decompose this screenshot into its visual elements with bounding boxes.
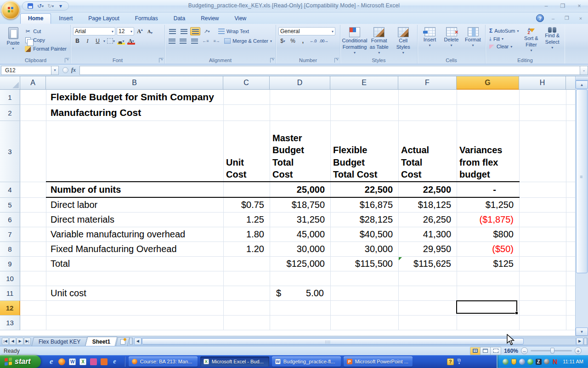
horizontal-split-handle[interactable] — [584, 338, 588, 345]
cell-master-budget[interactable]: $125,000 — [270, 257, 330, 271]
previous-sheet-button[interactable]: ◀ — [9, 338, 16, 345]
row-header[interactable]: 9 — [0, 257, 20, 271]
cell-d11[interactable]: $ 5.00 — [270, 286, 330, 300]
cell-flexible-budget[interactable]: 30,000 — [330, 242, 398, 256]
tray-netsupport-icon[interactable]: N — [552, 358, 558, 365]
shrink-font-button[interactable]: A▾ — [146, 27, 154, 35]
merge-center-button[interactable]: Merge & Center▾ — [223, 38, 273, 44]
cell-unit-cost[interactable]: 1.80 — [223, 227, 270, 242]
vertical-scroll-thumb[interactable] — [576, 89, 588, 273]
fill-color-button[interactable]: ◛▾ — [117, 37, 125, 45]
row-header-13[interactable]: 13 — [0, 316, 20, 330]
increase-decimal-button[interactable]: ←.0 — [309, 37, 317, 45]
quick-launch-messenger-icon[interactable] — [90, 357, 98, 366]
select-all-corner[interactable] — [0, 76, 20, 90]
cell-g3-header[interactable]: Variances from flex budget — [457, 121, 519, 182]
column-header-f[interactable]: F — [398, 76, 457, 90]
cell-actual[interactable]: 41,300 — [398, 227, 457, 242]
ribbon-tab[interactable]: Home — [20, 13, 51, 24]
align-left-button[interactable] — [167, 37, 177, 45]
page-break-view-button[interactable] — [491, 347, 501, 355]
tray-z-icon[interactable]: Z — [535, 358, 542, 365]
ribbon-tab[interactable]: View — [226, 13, 254, 24]
horizontal-scrollbar[interactable]: ◀ ▶ — [134, 336, 588, 346]
cell-master-budget[interactable]: $18,750 — [270, 198, 330, 212]
align-center-button[interactable] — [178, 37, 188, 45]
number-format-select[interactable]: General▾ — [278, 27, 335, 35]
cell-c3-header[interactable]: Unit Cost — [223, 121, 270, 182]
ribbon-tab[interactable]: Review — [193, 13, 226, 24]
task-button-word[interactable]: W Budgeting_practice-fl... — [272, 356, 341, 367]
italic-button[interactable]: I — [83, 37, 92, 45]
close-button[interactable]: × — [573, 2, 585, 9]
increase-indent-button[interactable]: ≡→ — [212, 37, 221, 45]
cell-variance[interactable]: ($1,875) — [457, 213, 519, 227]
zoom-out-button[interactable]: – — [521, 347, 528, 354]
tray-antivirus-icon[interactable] — [527, 358, 533, 365]
workbook-minimize-button[interactable]: – — [548, 15, 558, 22]
task-button-powerpoint[interactable]: P Microsoft PowerPoint ... — [344, 356, 413, 367]
cell-b11[interactable]: Unit cost — [46, 286, 223, 300]
cell-label[interactable]: Direct materials — [46, 213, 223, 227]
conditional-formatting-button[interactable]: Conditional Formatting▾ — [343, 26, 367, 57]
expand-formula-bar-button[interactable]: ⌄ — [580, 66, 588, 75]
detach-monitor-icon[interactable]: ⧉▾ — [458, 358, 461, 365]
zoom-slider-track[interactable] — [531, 350, 572, 351]
vertical-scroll-track[interactable] — [576, 274, 588, 328]
horizontal-scroll-thumb[interactable] — [142, 338, 524, 345]
align-bottom-button[interactable] — [190, 27, 200, 35]
cell-flexible-budget[interactable]: $40,500 — [330, 227, 398, 242]
row-header-11[interactable]: 11 — [0, 286, 20, 301]
quick-launch-word-icon[interactable]: W — [68, 357, 77, 366]
decrease-decimal-button[interactable]: .00→ — [319, 37, 329, 45]
font-size-select[interactable]: 12▾ — [117, 27, 134, 35]
cell-styles-button[interactable]: Cell Styles▾ — [392, 26, 415, 57]
insert-function-icon[interactable] — [62, 67, 68, 73]
cell-variance[interactable]: $1,250 — [457, 198, 519, 212]
cell-flexible-budget[interactable]: $16,875 — [330, 198, 398, 212]
column-header-b[interactable]: B — [46, 76, 223, 90]
align-right-button[interactable] — [190, 37, 199, 45]
cell-unit-cost[interactable]: 1.25 — [223, 213, 270, 227]
font-color-button[interactable]: A▾ — [127, 37, 136, 45]
column-header-c[interactable]: C — [223, 76, 270, 90]
vertical-scrollbar[interactable]: ▲ ▼ — [575, 76, 588, 336]
scroll-down-button[interactable]: ▼ — [576, 328, 588, 336]
tray-clock-icon[interactable] — [502, 358, 509, 365]
cell-variance[interactable]: ($50) — [457, 242, 519, 256]
cell-label[interactable]: Total — [46, 257, 223, 271]
cell-unit-cost[interactable]: $0.75 — [223, 198, 270, 212]
name-box-dropdown[interactable]: ▾ — [51, 66, 59, 75]
borders-button[interactable]: ▾ — [107, 37, 115, 45]
tray-shield-icon[interactable] — [510, 358, 517, 365]
quick-launch-firefox-icon[interactable] — [58, 357, 66, 366]
cut-button[interactable]: ✂Cut — [23, 28, 68, 35]
scroll-up-button[interactable]: ▲ — [576, 80, 588, 89]
workbook-restore-button[interactable]: ❐ — [562, 15, 571, 22]
cell-master-budget[interactable]: 31,250 — [270, 213, 330, 227]
quick-launch-ie-icon[interactable]: e — [47, 357, 56, 366]
format-painter-button[interactable]: Format Painter — [23, 45, 68, 52]
cell-e3-header[interactable]: Flexible Budget Total Cost — [330, 121, 398, 182]
sheet-tab-sheet1-active[interactable]: Sheet1 — [85, 337, 118, 346]
sort-filter-button[interactable]: Sort & Filter▾ — [521, 26, 541, 57]
column-header-e[interactable]: E — [330, 76, 398, 90]
cell-actual[interactable]: 26,250 — [398, 213, 457, 227]
zoom-slider-thumb[interactable] — [550, 348, 554, 354]
tray-gray-icon[interactable] — [543, 358, 550, 365]
font-dialog-launcher[interactable] — [159, 58, 164, 63]
row-header-2[interactable]: 2 — [0, 105, 20, 121]
cell-label[interactable]: Fixed Manufacturing Overhead — [46, 242, 223, 256]
cell-master-budget[interactable]: 30,000 — [270, 242, 330, 256]
last-sheet-button[interactable]: ▶| — [24, 338, 31, 345]
bold-button[interactable]: B — [73, 37, 82, 45]
formula-input[interactable] — [79, 66, 580, 75]
cell-b1-title[interactable]: Flexible Budget for Smith Company — [46, 90, 223, 104]
quick-launch-excel-icon[interactable]: X — [79, 357, 87, 366]
row-header[interactable]: 8 — [0, 242, 20, 257]
clear-button[interactable]: Clear▾ — [488, 43, 520, 50]
task-button-firefox[interactable]: Course: BA 213: Man... — [129, 356, 198, 367]
normal-view-button[interactable] — [470, 347, 481, 355]
row-header-12-selected[interactable]: 12 — [0, 301, 20, 316]
copy-button[interactable]: Copy — [23, 36, 68, 44]
